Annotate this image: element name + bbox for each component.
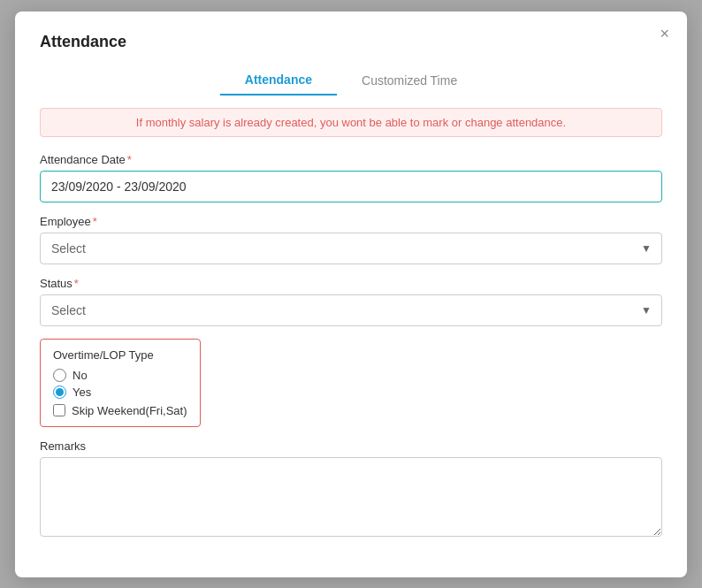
overtime-yes-radio[interactable] — [53, 386, 66, 399]
status-select[interactable]: Select — [40, 294, 662, 326]
tab-bar: Attendance Customized Time — [40, 65, 662, 95]
remarks-textarea[interactable] — [40, 457, 662, 537]
attendance-date-label: Attendance Date* — [40, 153, 662, 166]
tab-customized-time[interactable]: Customized Time — [337, 65, 482, 95]
employee-select-wrapper: Select ▼ — [40, 233, 662, 264]
employee-group: Employee* Select ▼ — [40, 215, 662, 264]
overtime-lop-label: Overtime/LOP Type — [53, 348, 187, 362]
alert-message: If monthly salary is already created, yo… — [40, 108, 662, 137]
status-label: Status* — [40, 277, 662, 290]
overtime-radio-group: No Yes — [53, 369, 187, 399]
employee-label: Employee* — [40, 215, 662, 228]
tab-attendance[interactable]: Attendance — [220, 65, 337, 95]
overtime-yes-option[interactable]: Yes — [53, 386, 187, 399]
remarks-group: Remarks — [40, 439, 662, 540]
overtime-lop-box: Overtime/LOP Type No Yes Skip Weekend(Fr… — [40, 339, 201, 427]
attendance-date-group: Attendance Date* — [40, 153, 662, 202]
remarks-label: Remarks — [40, 439, 662, 453]
attendance-modal: Attendance × Attendance Customized Time … — [15, 11, 687, 577]
modal-title: Attendance — [40, 33, 662, 51]
status-select-wrapper: Select ▼ — [40, 294, 662, 326]
overtime-no-radio[interactable] — [53, 369, 66, 382]
close-button[interactable]: × — [660, 26, 669, 42]
skip-weekend-label: Skip Weekend(Fri,Sat) — [72, 404, 187, 417]
overtime-no-option[interactable]: No — [53, 369, 187, 382]
overtime-no-label: No — [72, 369, 88, 382]
status-group: Status* Select ▼ — [40, 277, 662, 326]
attendance-date-input[interactable] — [40, 171, 662, 202]
skip-weekend-option[interactable]: Skip Weekend(Fri,Sat) — [53, 404, 187, 417]
skip-weekend-checkbox[interactable] — [53, 404, 65, 416]
overtime-yes-label: Yes — [72, 386, 91, 399]
employee-select[interactable]: Select — [40, 233, 662, 264]
